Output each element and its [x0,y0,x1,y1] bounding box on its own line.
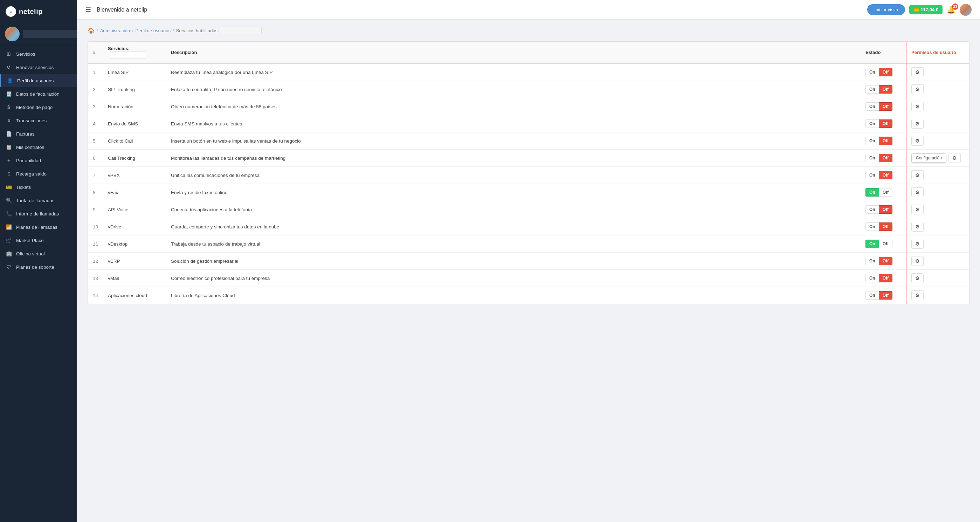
gear-button-row-14[interactable]: ⚙ [912,290,924,300]
sidebar-item-oficina[interactable]: 🏢Oficina virtual [0,247,77,260]
table-row: 10 vDrive Guarda, comparte y sincroniza … [88,218,969,236]
gear-button-row-12[interactable]: ⚙ [912,256,924,266]
gear-button-row-7[interactable]: ⚙ [912,170,924,180]
sidebar-item-renovar[interactable]: ↺Renovar servicios [0,60,77,74]
toggle-off-button[interactable]: Off [879,257,892,265]
balance-amount: 117,04 € [920,7,938,12]
toggle-off-button[interactable]: Off [879,240,892,248]
user-search-input[interactable] [23,30,77,38]
toggle-on-button[interactable]: On [865,223,879,231]
topbar-avatar[interactable] [960,4,972,16]
toggle-on-button[interactable]: On [865,188,879,197]
sidebar-item-recarga[interactable]: €Recarga saldo [0,167,77,180]
toggle-on-button[interactable]: On [865,137,879,145]
gear-button-row-10[interactable]: ⚙ [912,222,924,232]
toggle-on-button[interactable]: On [865,257,879,265]
toggle-off-button[interactable]: Off [879,205,892,214]
gear-button-row-1[interactable]: ⚙ [912,67,924,77]
credit-card-icon: 💳 [913,7,919,12]
sidebar-item-tickets[interactable]: 🎫Tickets [0,180,77,194]
planes-icon: 📶 [6,224,12,230]
toggle-on-button[interactable]: On [865,68,879,76]
main-area: ☰ Bienvenido a netelip Iniciar visita 💳 … [77,0,980,522]
sidebar-item-servicios[interactable]: ⊞Servicios [0,47,77,60]
sidebar-item-facturacion[interactable]: 🧾Datos de facturación [0,87,77,100]
row-permisos: ⚙ [906,236,969,253]
toggle-off-button[interactable]: Off [879,85,892,94]
sidebar-label-oficina: Oficina virtual [16,251,45,256]
header-permisos: Permisos de usuario [906,42,969,64]
sidebar-item-contratos[interactable]: 📋Mis contratos [0,140,77,154]
toggle-on-button[interactable]: On [865,154,879,162]
toggle-off-button[interactable]: Off [879,171,892,179]
toggle-on-button[interactable]: On [865,102,879,111]
breadcrumb-perfil[interactable]: Perfil de usuarios [135,28,170,33]
toggle-on-button[interactable]: On [865,171,879,179]
menu-icon[interactable]: ☰ [86,6,91,14]
toggle-off-button[interactable]: Off [879,223,892,231]
gear-button-row-5[interactable]: ⚙ [912,136,924,146]
toggle-on-button[interactable]: On [865,119,879,128]
row-num: 13 [88,270,103,287]
gear-button-row-8[interactable]: ⚙ [912,188,924,197]
toggle-off-button[interactable]: Off [879,119,892,128]
sidebar-item-perfil[interactable]: 👤Perfil de usuarios [0,74,77,87]
gear-button-row-4[interactable]: ⚙ [912,119,924,129]
sidebar-label-transacciones: Transacciones [16,118,46,123]
breadcrumb-servicios: Servicios habilitados [176,28,218,33]
toggle-group: On Off [865,137,901,145]
sidebar-item-informe[interactable]: 📞Informe de llamadas [0,207,77,220]
row-num: 14 [88,287,103,304]
sidebar-label-pagos: Métodos de pago [16,105,52,110]
config-popup-label[interactable]: Configuración [912,153,947,162]
topbar-actions: Iniciar visita 💳 117,04 € 🔔 23 [867,4,972,16]
home-icon[interactable]: 🏠 [88,27,95,34]
toggle-on-button[interactable]: On [865,274,879,282]
header-service: Servicios: [103,42,166,64]
toggle-on-button[interactable]: On [865,240,879,248]
toggle-off-button[interactable]: Off [879,291,892,299]
row-permisos: ⚙ [906,218,969,236]
iniciar-visita-button[interactable]: Iniciar visita [867,4,905,15]
row-service: vMail [103,270,166,287]
toggle-off-button[interactable]: Off [879,102,892,111]
gear-button-row-9[interactable]: ⚙ [912,205,924,215]
sidebar-item-transacciones[interactable]: ≡Transacciones [0,114,77,127]
pagos-icon: $ [6,104,12,110]
toggle-on-button[interactable]: On [865,291,879,299]
row-description: Inserta un botón en tu web e impulsa las… [166,132,861,150]
gear-button-row-13[interactable]: ⚙ [912,273,924,283]
toggle-off-button[interactable]: Off [879,188,892,197]
toggle-on-button[interactable]: On [865,85,879,94]
row-description: Solución de gestión empresarial [166,253,861,270]
row-permisos: ⚙ [906,184,969,201]
service-filter-input[interactable] [110,51,145,59]
gear-button-row-6[interactable]: ⚙ [948,153,961,163]
toggle-on-button[interactable]: On [865,205,879,214]
sidebar-item-portabilidad[interactable]: +Portabilidad [0,154,77,167]
toggle-off-button[interactable]: Off [879,154,892,162]
row-description: Correo electrónico profesional para tu e… [166,270,861,287]
sidebar-item-planessoporte[interactable]: 🛡Planes de soporte [0,260,77,274]
services-table-container: # Servicios: Descripción Estado Permisos… [88,41,969,304]
gear-button-row-3[interactable]: ⚙ [912,102,924,111]
toggle-off-button[interactable]: Off [879,137,892,145]
sidebar-item-pagos[interactable]: $Métodos de pago [0,100,77,114]
toggle-group: On Off [865,154,901,162]
sidebar-item-facturas[interactable]: 📄Facturas [0,127,77,140]
table-row: 7 vPBX Unifica las comunicaciones de tu … [88,167,969,184]
breadcrumb-admin[interactable]: Administración [100,28,130,33]
servicios-icon: ⊞ [6,51,12,57]
toggle-off-button[interactable]: Off [879,68,892,76]
informe-icon: 📞 [6,211,12,216]
notification-bell[interactable]: 🔔 23 [947,6,956,14]
toggle-group: On Off [865,188,901,197]
sidebar-item-planes[interactable]: 📶Planes de llamadas [0,220,77,234]
gear-button-row-11[interactable]: ⚙ [912,239,924,249]
row-estado: On Off [861,287,906,304]
toggle-off-button[interactable]: Off [879,274,892,282]
gear-button-row-2[interactable]: ⚙ [912,84,924,94]
breadcrumb-search-input[interactable] [220,27,262,34]
sidebar-item-tarifa[interactable]: 🔍Tarifa de llamadas [0,194,77,207]
sidebar-item-marketplace[interactable]: 🛒Market Place [0,234,77,247]
